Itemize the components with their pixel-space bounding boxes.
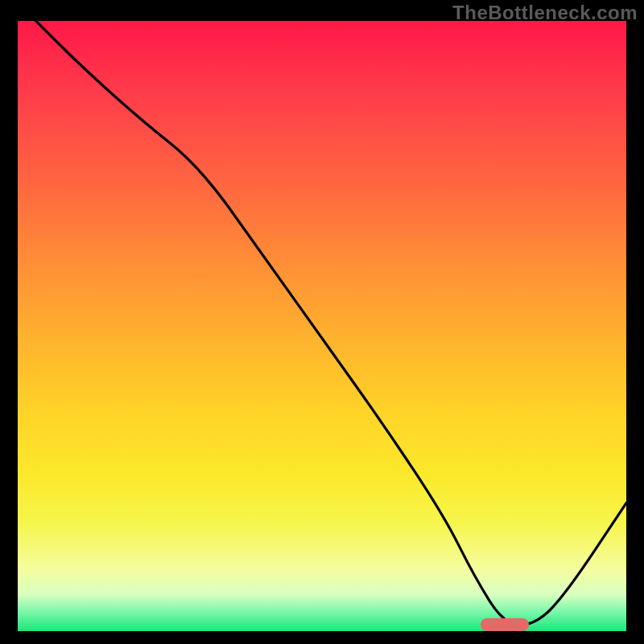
chart-frame: TheBottleneck.com [0,0,644,644]
bottleneck-curve [18,21,626,631]
curve-path [36,21,626,625]
optimal-marker [481,618,529,631]
watermark-text: TheBottleneck.com [452,2,638,24]
plot-area [18,21,626,631]
